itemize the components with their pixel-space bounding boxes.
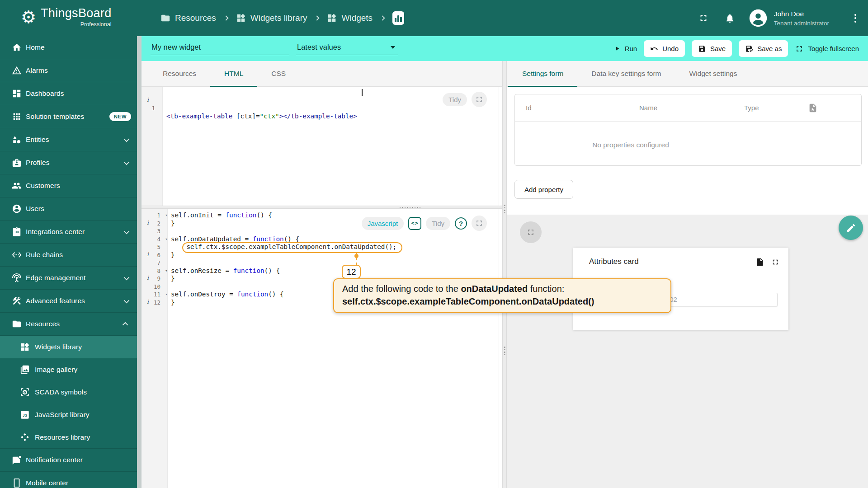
editor-fullscreen-button[interactable] [472,216,487,231]
breadcrumb-item-widgets[interactable]: Widgets [327,13,373,23]
sidebar-item-advanced-features[interactable]: Advanced features [0,290,142,313]
sidebar-scrollbar[interactable] [137,36,142,488]
widget-name-input[interactable] [151,40,289,55]
sidebar-item-rule-chains[interactable]: Rule chains [0,244,142,267]
sidebar-item-widgets-library[interactable]: Widgets library [0,336,142,358]
sidebar-item-resources-library[interactable]: Resources library [0,426,142,449]
edge-icon [12,273,22,283]
tab-settings-form[interactable]: Settings form [508,61,577,86]
undo-button[interactable]: Undo [644,40,685,57]
widget-type-select[interactable]: Latest values [296,40,398,55]
res-lib-icon [20,432,30,442]
sidebar-item-mobile-center[interactable]: Mobile center [0,472,142,488]
fullscreen-icon[interactable] [771,258,779,266]
thingsboard-logo-icon: ⚙ [21,5,36,29]
pencil-icon [846,223,856,233]
tab-resources[interactable]: Resources [149,61,210,86]
document-icon[interactable] [755,258,764,267]
save-as-button[interactable]: Save as [739,40,788,57]
sidebar-item-solution-templates[interactable]: Solution templatesNEW [0,105,142,128]
breadcrumb-item-widgets-library[interactable]: Widgets library [236,13,307,23]
user-name: John Doe [774,9,829,19]
thingsboard-logo[interactable]: ⚙ ThingsBoard Professional [21,5,111,29]
info-annotation-icon[interactable]: i [147,97,149,103]
run-button[interactable]: Run [614,45,637,52]
fold-arrow-icon[interactable]: ▾ [163,211,170,220]
preview-fullscreen-button[interactable] [520,221,542,243]
tutorial-code: self.ctx.$scope.exampleTableComponent.on… [342,296,594,306]
sidebar-item-javascript-library[interactable]: JSJavaScript library [0,404,142,426]
help-icon[interactable]: ? [455,217,467,230]
sidebar-item-notification-center[interactable]: Notification center [0,449,142,472]
sidebar-item-entities[interactable]: Entities [0,128,142,151]
widget-title: Attributes card [589,257,639,266]
fold-arrow-icon[interactable]: ▾ [163,235,170,244]
export-file-icon[interactable] [808,103,818,113]
fold-arrow-icon[interactable]: ▾ [163,267,170,275]
editor-column: ResourcesHTMLCSS i 1 <tb-example-table [… [142,61,502,488]
text-cursor [362,89,363,96]
sidebar-item-scada-symbols[interactable]: SCADA symbols [0,381,142,404]
html-code: <tb-example-table [ctx]="ctx"></tb-examp… [166,113,357,121]
editor-splitter[interactable] [142,206,502,209]
mobile-icon [12,478,22,488]
sidebar-item-label: Dashboards [26,89,64,98]
breadcrumb: ResourcesWidgets libraryWidgets [160,0,404,36]
sidebar-item-label: Alarms [26,66,48,75]
save-icon [698,45,706,53]
sidebar-item-alarms[interactable]: Alarms [0,59,142,82]
folder-icon [12,319,22,329]
tab-html[interactable]: HTML [210,61,257,86]
sidebar-item-profiles[interactable]: Profiles [0,151,142,174]
splitter-handle-icon [504,347,505,355]
fullscreen-icon [795,44,804,53]
line-number: 6 [142,251,160,259]
customers-icon [12,181,22,191]
undo-icon [650,45,658,53]
tidy-button[interactable]: Tidy [443,93,467,106]
breadcrumb-item-resources[interactable]: Resources [160,13,216,23]
bar-chart-icon[interactable] [392,11,404,25]
code-text: self.onResize = function() { [171,267,280,275]
line-number: 1 [142,211,160,220]
html-editor[interactable]: i 1 <tb-example-table [ctx]="ctx"></tb-e… [142,87,502,206]
user-menu[interactable]: John Doe Tenant administrator [774,9,829,27]
widgets-icon [327,13,337,23]
add-property-button[interactable]: Add property [514,180,573,199]
fullscreen-icon[interactable] [698,13,708,23]
column-header-type: Type [744,94,759,122]
sidebar-item-resources[interactable]: Resources [0,313,142,336]
integrations-icon [12,227,22,237]
sidebar-item-customers[interactable]: Customers [0,174,142,197]
js-code-line-7[interactable]: 7 [142,259,502,267]
tab-data-key-settings-form[interactable]: Data key settings form [577,61,675,86]
line-number: 3 [142,227,160,235]
editor-fullscreen-button[interactable] [472,92,487,107]
thingsboard-app: ⚙ ThingsBoard Professional ResourcesWidg… [0,0,868,488]
sidebar-item-dashboards[interactable]: Dashboards [0,82,142,105]
chevron-down-icon [391,46,395,49]
sidebar-item-edge-management[interactable]: Edge management [0,267,142,290]
tidy-button[interactable]: Tidy [426,217,450,230]
tab-css[interactable]: CSS [257,61,300,86]
edit-widget-button[interactable] [839,216,863,240]
code-text: } [171,251,175,259]
avatar[interactable] [749,9,768,28]
kebab-menu-icon[interactable] [853,12,858,24]
code-tag-icon[interactable]: <> [408,217,421,230]
panel-splitter[interactable] [502,61,507,488]
sidebar-item-label: Advanced features [26,297,85,305]
line-number: 4 [142,235,160,244]
sidebar-item-home[interactable]: Home [0,36,142,59]
tab-widget-settings[interactable]: Widget settings [675,61,751,86]
fold-arrow-icon[interactable]: ▾ [163,291,170,299]
notifications-bell-icon[interactable] [725,13,735,23]
sidebar-item-users[interactable]: Users [0,197,142,221]
sidebar-item-image-gallery[interactable]: Image gallery [0,358,142,381]
sidebar-item-integrations-center[interactable]: Integrations center [0,221,142,244]
toggle-fullscreen-button[interactable]: Toggle fullscreen [795,44,859,53]
js-code-line-8[interactable]: 8▾self.onResize = function() { [142,267,502,275]
language-badge[interactable]: Javascript [362,217,404,230]
save-button[interactable]: Save [692,40,732,57]
sidebar-item-label: Mobile center [26,479,68,487]
